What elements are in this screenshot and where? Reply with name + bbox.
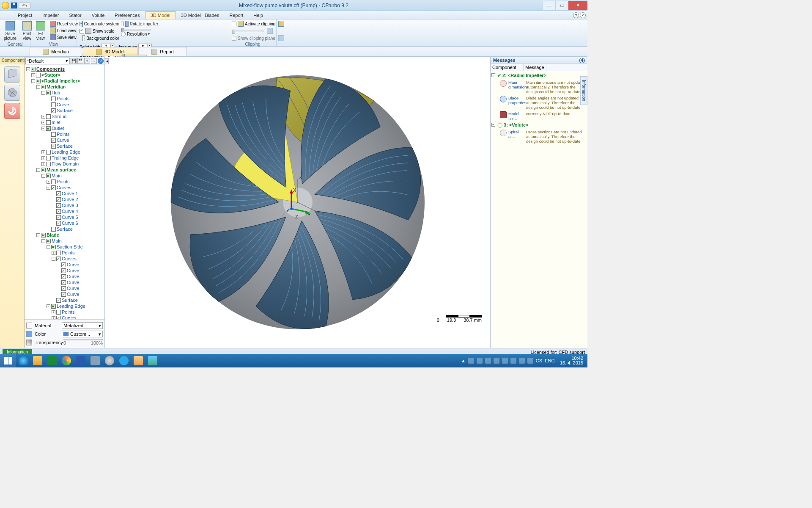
qat-undo-icon[interactable]: ↶▾	[19, 3, 30, 8]
tray-icon[interactable]	[502, 358, 508, 364]
view-tabs: Meridian 3D Model Report	[0, 47, 587, 57]
information-side-tab[interactable]: Information	[580, 76, 587, 105]
tab-meridian[interactable]: Meridian	[30, 47, 82, 56]
model-tree[interactable]: −Components +<Stator> −<Radial Impeller>…	[25, 65, 104, 319]
load-view-button[interactable]: Load view	[50, 27, 78, 34]
svg-marker-11	[290, 189, 293, 193]
model-3d-icon	[96, 49, 102, 55]
coord-system-checkbox[interactable]	[80, 22, 80, 26]
rotate-impeller-checkbox[interactable]	[121, 22, 124, 26]
components-sidebar-title: Components	[0, 57, 24, 64]
menu-volute[interactable]: Volute	[87, 12, 110, 19]
taskbar-app1-icon[interactable]	[88, 354, 102, 367]
background-color-button[interactable]: Background color	[80, 35, 119, 41]
svg-text:-Y: -Y	[320, 211, 325, 216]
tray-show-hidden-icon[interactable]: ▲	[461, 358, 466, 363]
rotate-impeller-icon	[125, 21, 129, 27]
minimize-button[interactable]: —	[543, 1, 555, 10]
message-row[interactable]: Main dimensionsMain dimensions are not u…	[491, 79, 587, 95]
menu-3d-model[interactable]: 3D Model	[145, 11, 176, 19]
tray-icon[interactable]	[494, 358, 499, 364]
message-row[interactable]: Spiral ar...Cross sections are not updat…	[491, 129, 587, 144]
component-impeller-button[interactable]	[4, 85, 20, 101]
maximize-button[interactable]: ▭	[555, 1, 568, 10]
menu-preferences[interactable]: Preferences	[110, 12, 145, 19]
tray-icon[interactable]	[510, 358, 516, 364]
tray-network-icon[interactable]	[519, 358, 525, 364]
tray-clock[interactable]: 10:4216. 4. 2015	[557, 356, 586, 365]
taskbar-chrome-icon[interactable]	[59, 354, 74, 367]
save-view-button[interactable]: Save view	[50, 34, 78, 41]
menu-project[interactable]: Project	[13, 12, 37, 19]
clipping-plane-icon	[278, 35, 284, 41]
preset-combo[interactable]: *Default▾	[25, 58, 70, 64]
save-view-icon	[50, 34, 56, 40]
tree-save-preset-icon[interactable]: 💾	[71, 58, 77, 64]
taskbar-paint-icon[interactable]	[131, 354, 145, 367]
tray-lang2[interactable]: ENG	[545, 358, 555, 363]
taskbar-word-icon[interactable]	[74, 354, 88, 367]
menu-stator[interactable]: Stator	[64, 12, 86, 19]
transparency-icon	[26, 340, 32, 345]
tree-help-icon[interactable]: ?	[98, 58, 104, 64]
isocurves-slider[interactable]	[121, 55, 147, 56]
rotate-speed-slider[interactable]	[121, 29, 151, 30]
tray-icon[interactable]	[485, 358, 491, 364]
material-combo[interactable]: Metalized▾	[62, 322, 103, 329]
clipping-reset-icon[interactable]	[278, 21, 284, 27]
menu-impeller[interactable]: Impeller	[37, 12, 64, 19]
msg-expand-icon[interactable]: −	[491, 123, 495, 127]
show-scale-checkbox[interactable]	[80, 29, 84, 33]
close-tab-icon[interactable]: ×	[580, 12, 586, 18]
color-combo[interactable]: Custom...▾	[62, 331, 103, 337]
window-title: Mixed-flow pump volute.cft (Pump) - CFtu…	[239, 3, 348, 8]
taskbar-store-icon[interactable]	[45, 354, 59, 367]
fit-view-button[interactable]: Fit view	[33, 20, 48, 41]
tree-add-icon[interactable]: +	[84, 58, 90, 64]
transparency-slider[interactable]: 0100%	[63, 339, 103, 345]
component-stator-button[interactable]	[4, 66, 20, 83]
msg-expand-icon[interactable]: −	[491, 73, 495, 77]
message-row[interactable]: Model fini...currently NOT up-to-date	[491, 110, 587, 121]
menu-3d-model-blades[interactable]: 3D Model - Blades	[176, 12, 225, 19]
messages-col-message: Message	[524, 64, 546, 71]
activate-clipping-checkbox[interactable]	[232, 22, 236, 26]
component-volute-button[interactable]	[4, 103, 20, 119]
start-button[interactable]	[0, 354, 16, 367]
color-label: Color	[35, 331, 59, 337]
resolution-radio[interactable]	[121, 32, 126, 36]
material-label: Material	[35, 323, 59, 328]
qat-save-icon[interactable]	[11, 3, 17, 8]
viewport-3d[interactable]: ◂	[105, 57, 490, 348]
tree-tool1-icon[interactable]: ☷	[77, 58, 83, 64]
messages-title: Messages	[493, 58, 516, 63]
close-button[interactable]: ✕	[568, 1, 587, 10]
warning-icon	[500, 80, 507, 87]
clipping-slider[interactable]	[232, 30, 264, 32]
save-picture-button[interactable]: Save picture	[3, 20, 18, 41]
help-icon[interactable]: ?	[573, 12, 579, 18]
ribbon-group-clipping: Clipping	[232, 41, 274, 47]
tree-remove-icon[interactable]: −	[91, 58, 97, 64]
messages-list[interactable]: −✔ 2: <Radial Impeller> Main dimensionsM…	[491, 71, 587, 348]
collapse-tree-button[interactable]: ◂	[105, 58, 109, 64]
reset-view-button[interactable]: Reset view	[50, 20, 78, 27]
background-color-icon	[82, 35, 85, 41]
taskbar-cfturbo-icon[interactable]	[102, 354, 117, 367]
menu-help[interactable]: Help	[248, 12, 268, 19]
svg-line-13	[291, 209, 307, 212]
clipping-axis-icon	[267, 28, 273, 34]
taskbar-ie-icon[interactable]	[16, 354, 30, 367]
clipping-icon	[238, 21, 244, 27]
taskbar-skype-icon[interactable]	[117, 354, 131, 367]
msg-node-icon: ◯	[497, 122, 502, 127]
tray-lang1[interactable]: CS	[536, 358, 542, 363]
taskbar-photos-icon[interactable]	[145, 354, 160, 367]
tray-icon[interactable]	[477, 358, 483, 364]
tray-volume-icon[interactable]	[527, 358, 533, 364]
tray-icon[interactable]	[468, 358, 474, 364]
menu-report[interactable]: Report	[224, 12, 248, 19]
message-row[interactable]: Blade propertiesBlade angles are not upd…	[491, 95, 587, 110]
components-sidebar: Components	[0, 57, 25, 348]
taskbar-explorer-icon[interactable]	[30, 354, 45, 367]
